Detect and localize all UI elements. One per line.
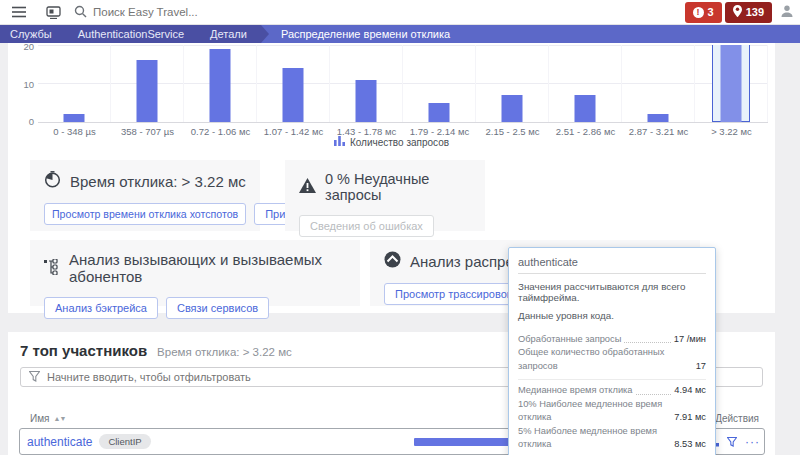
callers-analysis-card: Анализ вызывающих и вызываемых абонентов… [30, 240, 360, 306]
tooltip-note-2: Данные уровня кода. [518, 310, 706, 321]
chart-bucket-6[interactable] [476, 45, 549, 122]
chart-bucket-7[interactable] [549, 45, 622, 122]
response-time-card-title: Время отклика: > 3.22 мс [44, 171, 246, 191]
y-tick-10: 10 [8, 79, 34, 90]
bar-0 [64, 114, 85, 122]
hotspot-circle-icon [384, 251, 401, 271]
x-tick-0: 0 - 348 µs [38, 123, 111, 137]
more-actions-icon[interactable]: ··· [745, 438, 760, 446]
problems-count: 3 [708, 6, 714, 18]
problems-badge[interactable]: ! 3 [685, 2, 722, 23]
x-tick-6: 2.15 - 2.5 мс [476, 123, 549, 137]
bar-2 [210, 49, 231, 122]
bar-chart-legend-icon [334, 136, 345, 148]
sort-icon: ▲▼ [53, 415, 65, 422]
error-details-button: Сведения об ошибках [299, 215, 434, 237]
legend-label: Количество запросов [350, 137, 449, 148]
failed-requests-card: 0 % Неудачные запросы Сведения об ошибка… [285, 160, 485, 231]
hamburger-menu-icon[interactable] [6, 1, 32, 23]
x-axis: 0 - 348 µs 358 - 707 µs 0.72 - 1.06 мс 1… [38, 122, 768, 137]
view-response-time-hotspots-button[interactable]: Просмотр времени отклика хотспотов [44, 203, 246, 225]
x-tick-1: 358 - 707 µs [111, 123, 184, 137]
view-traces-button[interactable]: Просмотр трассировок [384, 283, 523, 305]
x-tick-8: 2.87 - 3.21 мс [622, 123, 695, 137]
x-tick-7: 2.51 - 2.86 мс [549, 123, 622, 137]
contributor-link[interactable]: authenticate [27, 435, 92, 449]
bar-5 [429, 103, 450, 122]
contributors-title: 7 топ участников [20, 342, 147, 359]
y-tick-0: 0 [8, 116, 34, 127]
failed-requests-card-title: 0 % Неудачные запросы [299, 171, 471, 203]
x-tick-9: > 3.22 мс [695, 123, 768, 137]
tooltip-title: authenticate [518, 256, 706, 274]
column-header-name[interactable]: Имя ▲▼ [19, 413, 409, 424]
service-flow-button[interactable]: Связи сервисов [166, 297, 269, 319]
stopwatch-icon [44, 171, 61, 191]
breadcrumb-authenticationservice[interactable]: AuthenticationService [78, 28, 184, 40]
global-search [74, 5, 682, 20]
warning-triangle-icon [299, 178, 316, 196]
chart-bucket-4[interactable] [330, 45, 403, 122]
tooltip-note-1: Значения рассчитываются для всего таймфр… [518, 281, 706, 303]
tag-chip[interactable]: ClientIP [99, 434, 150, 449]
bar-4 [356, 80, 377, 122]
chart-bucket-1[interactable] [111, 45, 184, 122]
tooltip-group-requests: Обработанные запросы17 /мин Общее количе… [518, 329, 706, 373]
breadcrumb-services[interactable]: Службы [10, 28, 52, 40]
x-tick-2: 0.72 - 1.06 мс [184, 123, 257, 137]
bar-8 [648, 114, 669, 122]
x-tick-5: 1.79 - 2.14 мс [403, 123, 476, 137]
breadcrumb-details[interactable]: Детали [210, 28, 247, 40]
locations-badge[interactable]: 139 [725, 2, 772, 23]
bar-7 [575, 95, 596, 122]
tooltip-group-response-times: Медианное время отклика4.94 мс 10% Наибо… [518, 379, 706, 451]
bar-1 [137, 60, 158, 122]
filter-action-icon[interactable] [727, 437, 737, 447]
chart-bucket-0[interactable] [38, 45, 111, 122]
breadcrumb-history: Службы AuthenticationService Детали [0, 25, 261, 43]
distribution-bar-chart [38, 45, 768, 122]
locations-count: 139 [746, 6, 764, 18]
x-tick-3: 1.07 - 1.42 мс [257, 123, 330, 137]
search-icon [74, 5, 87, 20]
bar-9 [721, 45, 742, 122]
chart-legend[interactable]: Количество запросов [8, 136, 775, 148]
chart-bucket-2[interactable] [184, 45, 257, 122]
backtrace-tree-icon [44, 259, 60, 278]
x-tick-4: 1.43 - 1.78 мс [330, 123, 403, 137]
contributors-subtitle: Время отклика: > 3.22 мс [157, 346, 292, 358]
top-bar: ! 3 139 [0, 0, 800, 25]
location-pin-icon [733, 5, 742, 19]
filter-funnel-icon [29, 371, 40, 384]
exclamation-icon: ! [693, 7, 704, 18]
chart-bucket-8[interactable] [622, 45, 695, 122]
response-time-card: Время отклика: > 3.22 мс Просмотр времен… [30, 160, 260, 231]
chart-bucket-9-selected[interactable] [695, 45, 768, 122]
y-tick-20: 20 [8, 41, 34, 52]
user-avatar-icon[interactable] [780, 4, 794, 20]
chart-bucket-3[interactable] [257, 45, 330, 122]
dashboards-icon[interactable] [40, 1, 66, 23]
bar-6 [502, 95, 523, 122]
search-input[interactable] [93, 6, 393, 18]
chart-bucket-5[interactable] [403, 45, 476, 122]
bar-3 [283, 68, 304, 122]
callers-analysis-card-title: Анализ вызывающих и вызываемых абонентов [44, 251, 346, 285]
breadcrumb-current-page: Распределение времени отклика [281, 28, 450, 40]
backtrace-analysis-button[interactable]: Анализ бэктрейса [44, 297, 158, 319]
breadcrumb: Службы AuthenticationService Детали Расп… [0, 25, 800, 43]
metrics-tooltip: authenticate Значения рассчитываются для… [508, 247, 716, 455]
